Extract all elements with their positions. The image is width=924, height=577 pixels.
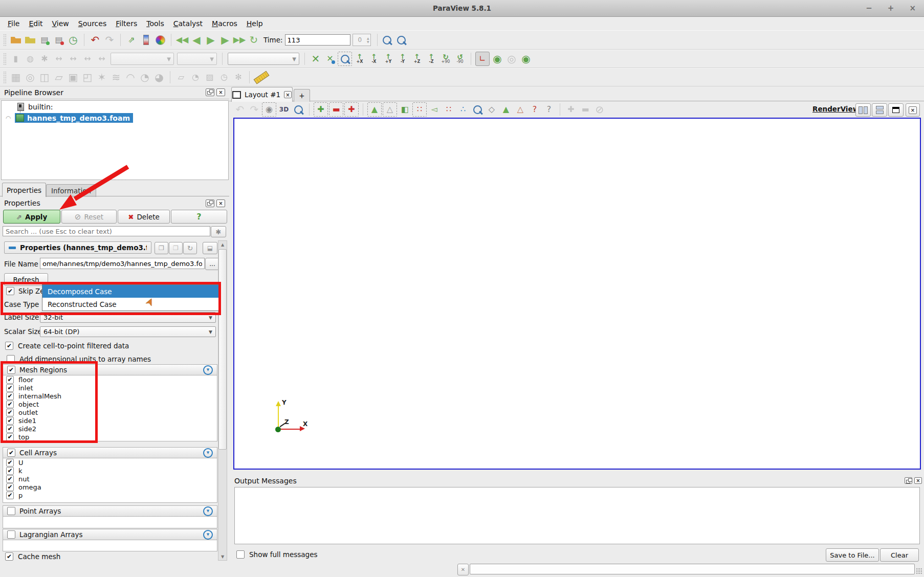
pipeline-item-foam[interactable]: ◠ hannes_tmp_demo3.foam [2,113,227,123]
cell-arrays-item-nut[interactable]: ✔nut [3,475,217,483]
open-file-icon[interactable] [9,33,23,47]
tab-layout-1[interactable]: Layout #1 × [231,87,293,102]
cancel-icon[interactable]: ⊘ [593,103,606,116]
hover-cells-icon[interactable] [471,103,484,116]
search-options-button[interactable]: ✱ [211,226,226,237]
warp-by-vector-icon[interactable]: ◠ [124,71,137,84]
properties-scrollbar[interactable]: ▲ ▼ [218,240,227,561]
menu-help[interactable]: Help [242,18,268,29]
plot-selection-over-time-icon[interactable]: ◷ [217,71,231,84]
copy-properties-button[interactable]: ❐ [155,242,168,254]
mesh-regions-item-outlet[interactable]: ✔outlet [3,408,217,416]
data-axes-grid-icon[interactable]: ↔ [52,52,65,65]
glyph-filter-icon[interactable]: ✶ [95,71,108,84]
properties-close-icon[interactable]: × [216,199,225,207]
last-frame-button[interactable]: ▶▶ [233,33,246,47]
open-source-icon[interactable]: ⇗ [125,33,138,47]
select-faces-icon[interactable]: ◅ [428,103,441,116]
zoom-to-data-icon[interactable]: ✕ [323,52,337,65]
frame-stepper[interactable]: ▲▼ [367,36,370,43]
extract-level-icon[interactable]: ◕ [152,71,166,84]
zoom-to-box-icon[interactable] [338,52,352,66]
clear-button[interactable]: Clear [880,548,919,562]
pipeline-item-builtin[interactable]: builtin: [2,102,243,112]
window-resize-grip[interactable] [916,568,922,574]
view-minus-x-icon[interactable]: ↑-X [367,52,381,65]
apply-button[interactable]: ⇗ Apply [3,210,60,224]
select-cells-polygon-icon[interactable]: ▲ [367,102,382,117]
menu-tools[interactable]: Tools [142,18,169,29]
toggle-2d3d-button[interactable]: 3D [277,103,291,116]
select-points-polygon-icon[interactable]: △ [383,102,397,117]
annotate-time-icon[interactable]: ◔ [189,71,202,84]
visibility-eye-icon[interactable]: ◠ [2,115,15,122]
file-name-input[interactable] [40,258,205,269]
mesh-regions-header[interactable]: ✔Mesh Regions▼ [3,364,217,375]
representation-combo[interactable]: ▼ [111,53,174,65]
reset-center-icon[interactable]: ◉ [519,52,533,65]
view-minus-z-icon[interactable]: ↑-Z [425,52,438,65]
connect-server-icon[interactable]: ▤ [38,33,51,47]
rotate-90-ccw-icon[interactable]: ↺-90 [453,52,467,65]
recent-history-icon[interactable]: ◷ [67,33,80,47]
save-to-file-button[interactable]: Save to File... [826,548,879,562]
menu-filters[interactable]: Filters [111,18,142,29]
add-view-icon[interactable]: ✚ [564,103,578,116]
output-close-icon[interactable]: × [914,477,922,484]
axes-grid-time-icon[interactable]: ↔ [81,52,94,65]
zoom-to-selection-icon[interactable] [292,103,305,116]
coloring-combo[interactable]: ▼ [177,53,217,65]
select-cells-on-icon[interactable]: ✚ [314,102,328,117]
zoom-add-icon[interactable] [395,33,408,47]
label-size-select[interactable]: 32-bit ▼ [40,312,216,323]
search-input[interactable] [3,226,210,236]
pick-center-icon[interactable]: ◎ [505,52,518,65]
point-arrays-restore-icon[interactable]: ▼ [203,506,213,516]
zoom-select-icon[interactable] [381,33,394,47]
reload-properties-button[interactable]: ↻ [183,242,197,254]
disconnect-server-icon[interactable]: ▤ [52,33,65,47]
representation-icon[interactable]: ▮ [9,52,23,65]
pipeline-tree[interactable]: builtin: ◠ hannes_tmp_demo3.foam [1,100,229,180]
close-view-button[interactable]: × [906,103,920,117]
view-minus-y-icon[interactable]: ↑-Y [396,52,409,65]
first-frame-button[interactable]: ◀◀ [175,33,189,47]
cell-arrays-item-U[interactable]: ✔U [3,458,217,467]
interactive-select-cells-icon[interactable]: ∷ [412,102,427,117]
show-full-messages-row[interactable]: Show full messages [236,550,318,559]
tab-information[interactable]: Information [46,184,96,197]
paste-properties-button[interactable]: ❐ [169,242,183,254]
mesh-regions-restore-icon[interactable]: ▼ [203,365,213,375]
slice-filter-icon[interactable]: ▱ [52,71,65,84]
tab-properties[interactable]: Properties [2,183,46,197]
previous-frame-button[interactable]: ◀ [190,33,203,47]
hover-points-icon[interactable]: ∴ [456,103,470,116]
edit-color-map-icon[interactable] [139,33,152,47]
cache-mesh-row[interactable]: ✔ Cache mesh [5,552,60,561]
group-datasets-icon[interactable]: ◔ [138,71,151,84]
scalar-size-select[interactable]: 64-bit (DP) ▼ [40,326,216,337]
maximize-view-button[interactable] [888,103,904,117]
grow-selection-icon[interactable]: ▲ [499,103,513,116]
mesh-regions-item-floor[interactable]: ✔floor [3,375,217,384]
component-combo[interactable]: ▼ [228,53,299,65]
mesh-regions-item-side2[interactable]: ✔side2 [3,425,217,433]
mesh-regions-item-top[interactable]: ✔top [3,433,217,441]
select-points-on-icon[interactable]: ▬ [329,102,343,117]
cell-arrays-restore-icon[interactable]: ▼ [203,448,213,458]
pipeline-close-icon[interactable]: × [216,88,225,96]
contour-filter-icon[interactable]: ◎ [24,71,37,84]
properties-float-icon[interactable] [206,199,214,207]
point-arrays-header[interactable]: Point Arrays▼ [3,505,217,517]
lagrangian-arrays-header[interactable]: Lagrangian Arrays▼ [3,529,217,540]
menu-macros[interactable]: Macros [207,18,242,29]
show-orientation-axes-icon[interactable]: ∟ [475,52,490,66]
clip-filter-icon[interactable]: ◫ [38,71,51,84]
rotate-90-cw-icon[interactable]: ↻+90 [439,52,452,65]
reload-python-icon[interactable]: ✱ [38,52,51,65]
split-horizontal-button[interactable] [855,103,871,117]
time-input[interactable] [285,34,350,46]
next-frame-button[interactable]: ▶ [218,33,232,47]
select-mesh-icon[interactable]: ◇ [485,103,498,116]
remove-view-icon[interactable]: ▬ [579,103,592,116]
